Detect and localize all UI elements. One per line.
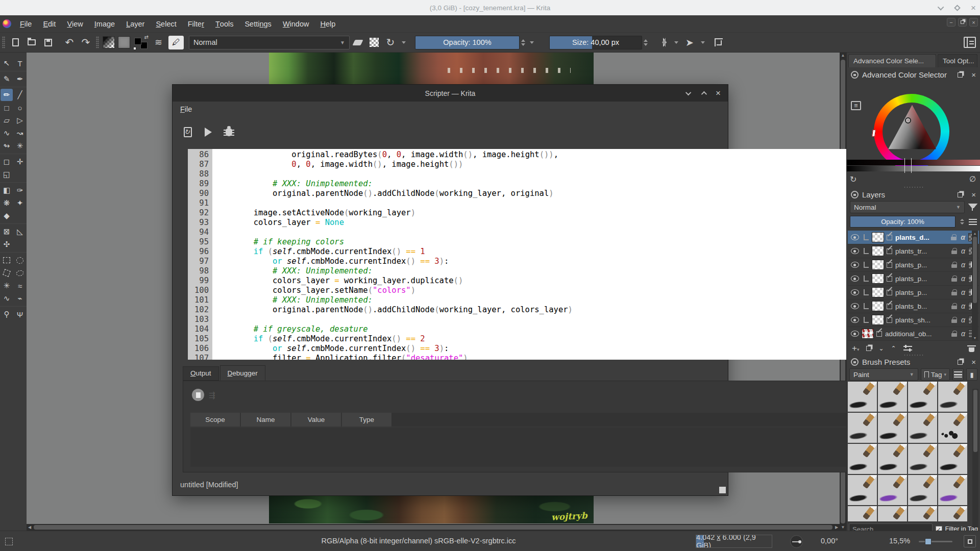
code-line[interactable]: original.readBytes(0, 0, image.width(), … [215,150,885,160]
new-script-icon[interactable] [180,124,195,140]
layer-visibility-icon[interactable] [851,262,859,268]
tool-pan-icon[interactable]: Ψ [14,308,26,320]
reload-brush-button[interactable]: ↻ [384,36,397,49]
brush-preset-thumbnail[interactable] [848,475,877,505]
stop-debug-button[interactable] [192,389,204,401]
duplicate-layer-button[interactable] [866,346,871,351]
layer-row[interactable]: plants_d...α [848,231,979,244]
layer-thumbnail[interactable] [872,315,884,325]
layer-row[interactable]: plants_b...α [848,299,979,313]
code-line[interactable]: original.parentNode().addChildNode(worki… [215,305,885,315]
tool-rectangle-icon[interactable]: □ [1,102,13,114]
debug-column-scope[interactable]: Scope [190,413,240,427]
menu-filter[interactable]: Filter [182,15,210,32]
layer-lock-icon[interactable] [951,276,957,282]
brush-preset-thumbnail[interactable] [878,382,907,412]
layer-opacity-spinner[interactable] [960,219,964,224]
code-line[interactable] [215,169,885,179]
close-panel-icon[interactable]: × [971,358,976,366]
tool-dynamic-brush-icon[interactable]: ↬ [1,140,13,152]
delete-layer-button[interactable] [968,345,975,352]
tool-transform-icon[interactable]: ◻ [1,156,13,168]
tool-magnetic-selection-icon[interactable]: ⌁ [14,292,26,305]
memory-usage-indicator[interactable]: 4.042 x 6.000 (2,9 GiB) [696,535,772,548]
brush-preset-thumbnail[interactable] [908,413,937,443]
tool-edit-shapes-icon[interactable]: ✎ [1,73,13,85]
code-editor[interactable]: 8687888990919293949596979899100101102103… [188,149,885,360]
layer-name[interactable]: plants_p... [895,275,949,283]
value-bar[interactable] [847,166,980,171]
display-mode-button[interactable] [952,368,964,381]
layer-lock-icon[interactable] [951,234,957,240]
canvas-rotation-icon[interactable] [790,535,803,548]
brush-preset-thumbnail[interactable] [878,413,907,443]
dialog-unshade-icon[interactable] [701,91,707,96]
layer-visibility-icon[interactable] [851,289,859,295]
alpha-lock-icon[interactable]: α [961,233,965,241]
save-button[interactable] [41,36,55,49]
undo-button[interactable]: ↶ [63,36,76,49]
subwindow-restore-icon[interactable] [958,18,967,27]
tool-gradient-icon[interactable]: ◧ [1,184,13,196]
layer-thumbnail[interactable] [862,329,874,339]
layer-name[interactable]: plants_p... [895,261,949,269]
code-line[interactable]: image.setActiveNode(working_layer) [215,208,885,218]
close-panel-icon[interactable]: × [971,71,976,79]
tool-fill-icon[interactable]: ◆ [1,210,13,222]
layer-thumbnail[interactable] [872,260,884,270]
trim-to-image-button[interactable] [712,36,725,49]
panel-lock-icon[interactable] [851,358,859,366]
color-selector-dot[interactable] [905,117,911,123]
code-line[interactable]: filter = Application.filter("desaturate"… [215,354,885,360]
code-line[interactable]: # if keeping colors [215,237,885,247]
float-panel-icon[interactable] [958,360,963,365]
move-layer-up-button[interactable]: ⌃ [891,345,896,352]
code-line[interactable]: if (self.cmbMode.currentIndex() == 2 [215,334,885,344]
horizontal-mirror-button[interactable] [656,36,670,49]
close-panel-icon[interactable]: × [971,191,976,198]
panel-lock-icon[interactable] [851,71,859,79]
brush-option-slider-icon[interactable]: ≋ [152,36,165,49]
layer-name[interactable]: plants_b... [895,303,949,310]
code-line[interactable]: colors_layer.setName("colors") [215,286,885,295]
brush-preset-thumbnail[interactable] [848,382,877,412]
layer-visibility-icon[interactable] [851,248,859,254]
scroll-down-icon[interactable]: ▼ [840,524,846,531]
menu-window[interactable]: Window [277,15,315,32]
inherit-alpha-icon[interactable] [887,304,892,309]
inherit-alpha-icon[interactable] [887,235,892,240]
code-line[interactable]: # if greyscale, desature [215,324,885,334]
brush-preset-thumbnail[interactable] [878,506,907,521]
layer-visibility-icon[interactable] [851,276,859,282]
menu-settings[interactable]: Settings [239,15,277,32]
layer-opacity-slider[interactable]: Opacity: 100% [850,216,955,228]
code-line[interactable] [215,228,885,237]
chevron-down-icon[interactable] [674,41,678,44]
code-line[interactable]: if (self.cmbMode.currentIndex() == 1 [215,247,885,257]
float-panel-icon[interactable] [958,72,963,78]
selector-settings-icon[interactable]: ≣ [851,101,861,110]
layer-lock-icon[interactable] [951,248,957,254]
tool-crop-icon[interactable]: ◱ [1,168,13,181]
brush-editor-button[interactable]: 🖊︎ [168,36,184,49]
layer-thumbnail[interactable] [872,273,884,284]
brush-preset-thumbnail[interactable] [938,382,967,412]
gradient-chooser[interactable] [103,36,115,48]
debug-column-name[interactable]: Name [241,413,290,427]
layer-visibility-icon[interactable] [851,234,859,240]
tag-button[interactable]: Tag ▾ [921,368,950,381]
panel-lock-icon[interactable] [851,191,859,198]
chevron-down-icon[interactable] [701,41,705,44]
brush-preset-thumbnail[interactable] [848,506,877,521]
code-line[interactable] [215,315,885,324]
inherit-alpha-icon[interactable] [887,262,892,268]
alpha-lock-icon[interactable]: α [961,288,965,296]
tool-select-shapes-icon[interactable]: ↖ [1,57,13,69]
layer-blending-mode-select[interactable]: Normal ▼ [850,201,965,213]
workspace-chooser-button[interactable] [964,37,976,48]
brush-preset-thumbnail[interactable] [938,413,967,443]
menu-image[interactable]: Image [89,15,120,32]
dialog-close-icon[interactable]: × [716,88,721,98]
tool-bezier-selection-icon[interactable]: ∿ [1,292,13,305]
tool-zoom-icon[interactable]: ⚲ [1,308,13,320]
